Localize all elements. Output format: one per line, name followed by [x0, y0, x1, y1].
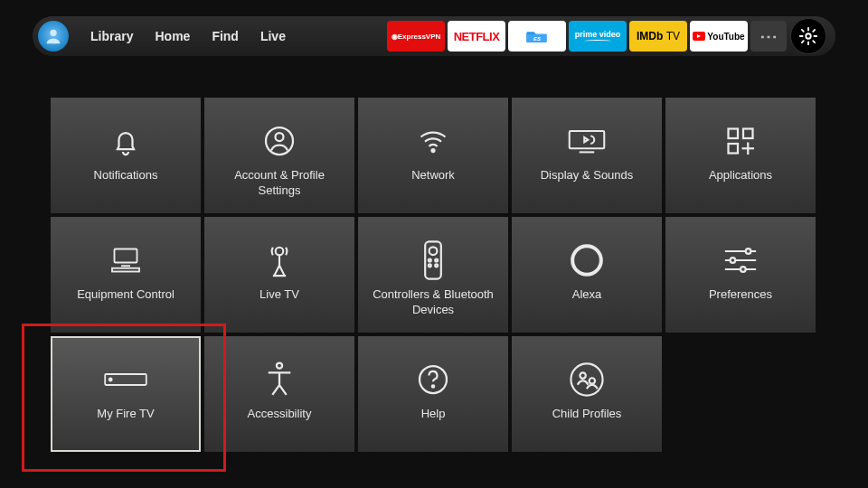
svg-point-35 — [571, 363, 602, 395]
svg-point-21 — [429, 264, 431, 267]
tile-label: Controllers & Bluetooth Devices — [358, 287, 508, 318]
app-more[interactable]: ⋯ — [750, 21, 787, 52]
svg-point-29 — [741, 267, 746, 272]
tile-equipment[interactable]: Equipment Control — [51, 217, 201, 333]
nav-library[interactable]: Library — [90, 29, 133, 43]
svg-point-20 — [435, 259, 438, 262]
svg-point-37 — [590, 378, 595, 383]
nav-home[interactable]: Home — [155, 29, 190, 43]
settings-button[interactable] — [790, 18, 826, 54]
wifi-icon — [415, 119, 451, 163]
tv-sound-icon — [567, 119, 607, 163]
accessibility-icon — [264, 358, 295, 401]
nav-live[interactable]: Live — [260, 29, 286, 43]
tile-myfiretv[interactable]: My Fire TV — [51, 336, 201, 452]
svg-point-36 — [580, 372, 585, 378]
svg-point-16 — [276, 248, 284, 256]
tile-label: Notifications — [87, 168, 165, 183]
tile-accessibility[interactable]: Accessibility — [204, 336, 354, 452]
tile-preferences[interactable]: Preferences — [665, 217, 816, 333]
svg-point-5 — [432, 149, 435, 152]
app-imdbtv[interactable]: IMDb TV — [629, 21, 687, 52]
svg-point-31 — [109, 378, 112, 380]
help-icon — [417, 358, 449, 401]
tile-label: Applications — [702, 168, 779, 183]
alexa-icon — [570, 239, 604, 282]
tile-notifications[interactable]: Notifications — [51, 98, 201, 213]
tile-label: My Fire TV — [90, 407, 161, 422]
app-esfile[interactable]: ES — [508, 21, 566, 52]
app-youtube[interactable]: YouTube — [690, 21, 748, 52]
app-shortcuts: ◉ExpressVPN NETFLIX ES prime video IMDb … — [387, 21, 787, 52]
nav-find[interactable]: Find — [212, 29, 239, 43]
antenna-icon — [263, 239, 296, 282]
svg-point-32 — [277, 363, 282, 369]
tile-applications[interactable]: Applications — [665, 98, 816, 213]
svg-point-22 — [435, 264, 438, 267]
tile-help[interactable]: Help — [358, 336, 508, 452]
tile-label: Preferences — [702, 287, 779, 303]
tile-display[interactable]: Display & Sounds — [512, 98, 662, 213]
tile-label: Display & Sounds — [533, 168, 641, 183]
svg-point-19 — [429, 259, 431, 262]
child-profiles-icon — [570, 358, 604, 401]
tile-alexa[interactable]: Alexa — [512, 217, 662, 333]
svg-point-4 — [276, 133, 284, 141]
app-netflix[interactable]: NETFLIX — [448, 21, 505, 52]
tile-controllers[interactable]: Controllers & Bluetooth Devices — [358, 217, 508, 333]
svg-point-0 — [50, 30, 56, 36]
svg-point-23 — [572, 246, 601, 275]
apps-icon — [724, 119, 757, 163]
gear-icon — [798, 26, 818, 46]
app-expressvpn[interactable]: ◉ExpressVPN — [387, 21, 445, 52]
svg-text:ES: ES — [533, 36, 541, 42]
avatar-icon — [43, 26, 63, 46]
folder-icon: ES — [524, 27, 550, 45]
tile-label: Accessibility — [241, 407, 319, 422]
tile-label: Equipment Control — [70, 287, 182, 303]
tile-label: Help — [414, 407, 453, 422]
svg-point-34 — [432, 385, 434, 387]
svg-point-27 — [731, 258, 736, 263]
svg-rect-15 — [112, 268, 139, 272]
profile-avatar[interactable] — [38, 21, 69, 52]
tile-child[interactable]: Child Profiles — [512, 336, 662, 452]
tile-label: Account & Profile Settings — [204, 168, 354, 199]
remote-icon — [423, 239, 443, 282]
tile-label: Network — [404, 168, 462, 183]
svg-rect-8 — [729, 129, 739, 139]
person-icon — [263, 119, 296, 163]
tile-network[interactable]: Network — [358, 98, 508, 213]
tile-livetv[interactable]: Live TV — [204, 217, 354, 333]
svg-point-25 — [746, 249, 751, 254]
nav-links: Library Home Find Live — [90, 29, 286, 43]
settings-grid: Notifications Account & Profile Settings… — [51, 98, 816, 452]
tile-account[interactable]: Account & Profile Settings — [204, 98, 354, 213]
svg-rect-10 — [729, 144, 739, 154]
svg-rect-9 — [743, 129, 753, 139]
app-primevideo[interactable]: prime video — [569, 21, 627, 52]
sliders-icon — [722, 239, 759, 282]
equipment-icon — [108, 239, 144, 282]
firetv-icon — [104, 358, 147, 401]
top-nav: Library Home Find Live ◉ExpressVPN NETFL… — [33, 16, 835, 56]
bell-icon — [109, 119, 142, 163]
tile-label: Live TV — [252, 287, 307, 303]
tile-label: Child Profiles — [545, 407, 629, 422]
svg-point-2 — [806, 33, 811, 39]
svg-rect-13 — [115, 249, 137, 263]
tile-label: Alexa — [565, 287, 609, 303]
svg-point-18 — [429, 247, 438, 255]
